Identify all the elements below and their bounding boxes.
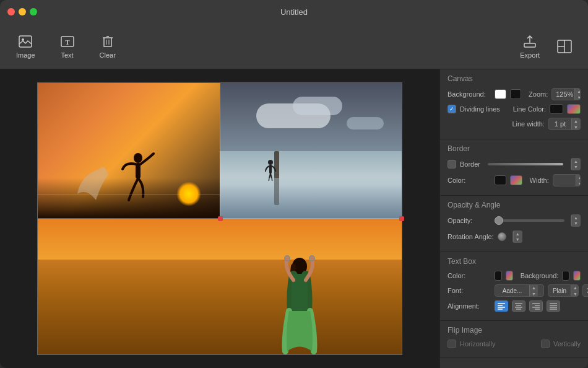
layout-icon	[557, 39, 572, 54]
opacity-down[interactable]: ▼	[571, 221, 580, 226]
textbox-bg-black[interactable]	[562, 271, 569, 281]
zoom-down[interactable]: ▼	[574, 94, 581, 100]
border-color-row: Color: Width: ▲ ▼	[447, 174, 581, 186]
toolbar: Image T Text Clear	[0, 24, 588, 69]
line-width-label: Line width:	[512, 120, 545, 128]
border-stepper[interactable]: ▲ ▼	[571, 158, 581, 170]
line-width-arrows[interactable]: ▲ ▼	[571, 118, 580, 130]
line-width-down[interactable]: ▼	[571, 124, 580, 130]
opacity-slider-track[interactable]	[495, 219, 564, 222]
silhouette-tl	[119, 151, 157, 212]
font-style-picker[interactable]: Plain ▲ ▼	[548, 284, 579, 297]
line-width-row: Line width: 1 pt ▲ ▼	[447, 118, 581, 130]
textbox-color-black[interactable]	[495, 271, 502, 281]
opacity-stepper[interactable]: ▲ ▼	[571, 214, 581, 227]
align-left-button[interactable]	[495, 300, 508, 312]
border-color-black[interactable]	[495, 175, 506, 185]
align-justify-button[interactable]	[547, 300, 560, 312]
align-right-button[interactable]	[529, 300, 543, 312]
rotation-stepper[interactable]: ▲ ▼	[512, 230, 522, 243]
border-width-stepper[interactable]: ▲ ▼	[553, 174, 581, 186]
maximize-button[interactable]	[30, 8, 37, 15]
font-style-up[interactable]: ▲	[571, 284, 579, 291]
font-name-picker[interactable]: Aade... ▲ ▼	[495, 284, 544, 297]
minimize-button[interactable]	[19, 8, 26, 15]
export-label: Export	[520, 51, 540, 59]
clear-icon	[100, 34, 115, 49]
border-up[interactable]: ▲	[571, 159, 580, 164]
export-button[interactable]: Export	[514, 30, 546, 63]
svg-point-15	[268, 160, 273, 165]
textbox-color-picker[interactable]	[506, 271, 513, 281]
flip-horizontally-checkbox[interactable]	[447, 340, 456, 348]
zoom-stepper[interactable]: 125% ▲ ▼	[551, 88, 581, 100]
dividing-lines-checkbox[interactable]: ✓	[447, 105, 456, 113]
flip-vertically-checkbox[interactable]	[541, 340, 550, 348]
background-color-black[interactable]	[510, 89, 522, 99]
border-slider[interactable]	[488, 163, 563, 165]
textbox-bg-label: Background:	[521, 272, 559, 279]
textbox-section: Text Box Color: Background: Font: Aade..…	[440, 252, 588, 321]
image-top-right[interactable]	[220, 83, 402, 219]
opacity-up[interactable]: ▲	[571, 215, 580, 221]
border-width-arrows[interactable]: ▲ ▼	[576, 174, 581, 186]
rotation-knob[interactable]	[498, 232, 506, 241]
toolbar-image-button[interactable]: Image	[10, 30, 41, 63]
window-title: Untitled	[280, 7, 308, 17]
toolbar-right: Export	[514, 30, 578, 63]
svg-text:T: T	[65, 38, 70, 46]
border-down[interactable]: ▼	[571, 164, 580, 170]
toolbar-text-button[interactable]: T Text	[54, 30, 81, 63]
border-color-picker[interactable]	[510, 175, 522, 185]
border-row: Border ▲ ▼	[447, 158, 581, 170]
opacity-slider-thumb[interactable]	[495, 216, 503, 225]
opacity-row: Opacity: ▲ ▼	[447, 214, 581, 227]
textbox-color-label: Color:	[447, 272, 491, 279]
rotation-down[interactable]: ▼	[513, 237, 522, 242]
line-width-stepper[interactable]: 1 pt ▲ ▼	[548, 118, 581, 130]
divider-badge-h[interactable]	[399, 216, 404, 221]
rotation-up[interactable]: ▲	[513, 231, 522, 237]
opacity-section-title: Opacity & Angle	[447, 201, 581, 209]
silhouette-bottom	[278, 255, 321, 354]
layout-button[interactable]	[551, 35, 578, 58]
export-icon	[522, 34, 537, 49]
image-bottom[interactable]	[38, 219, 402, 354]
opacity-section: Opacity & Angle Opacity: ▲ ▼ Rotation An…	[440, 196, 588, 252]
toolbar-clear-button[interactable]: Clear	[93, 30, 122, 63]
line-color-picker[interactable]	[567, 104, 581, 114]
image-icon	[18, 34, 33, 49]
font-name-arrows[interactable]: ▲ ▼	[529, 284, 538, 297]
main-content: Canvas Background: Zoom: 125% ▲ ▼ ✓	[0, 69, 588, 368]
font-name-up[interactable]: ▲	[529, 284, 538, 291]
font-label: Font:	[447, 287, 491, 294]
font-name-down[interactable]: ▼	[529, 291, 538, 297]
line-color-swatch[interactable]	[550, 104, 563, 114]
rotation-row: Rotation Angle: ▲ ▼	[447, 230, 581, 243]
zoom-arrows[interactable]: ▲ ▼	[574, 88, 581, 100]
close-button[interactable]	[7, 8, 15, 15]
image-label: Image	[16, 51, 35, 59]
background-color-white[interactable]	[495, 89, 506, 99]
textbox-bg-picker[interactable]	[573, 271, 581, 281]
align-center-button[interactable]	[512, 300, 525, 312]
font-style-value: Plain	[548, 287, 571, 294]
font-style-arrows[interactable]: ▲ ▼	[571, 284, 579, 297]
border-checkbox[interactable]	[447, 160, 456, 169]
svg-rect-8	[524, 43, 535, 47]
dividing-lines-label: Dividing lines	[460, 105, 500, 113]
font-name-value: Aade...	[495, 287, 529, 294]
divider-badge-v[interactable]	[218, 216, 223, 221]
line-width-up[interactable]: ▲	[571, 118, 580, 124]
flip-row: Horizontally Vertically	[447, 340, 581, 348]
zoom-up[interactable]: ▲	[574, 88, 581, 94]
font-style-down[interactable]: ▼	[571, 291, 579, 297]
border-width-down[interactable]: ▼	[576, 180, 581, 186]
font-size-picker[interactable]: 30 ▲ ▼	[582, 284, 588, 297]
svg-point-13	[134, 153, 142, 163]
canvas-area[interactable]	[0, 69, 439, 368]
checkbox-check: ✓	[449, 106, 454, 112]
background-label: Background:	[447, 90, 491, 98]
border-width-up[interactable]: ▲	[576, 174, 581, 180]
image-top-left[interactable]	[38, 83, 220, 219]
